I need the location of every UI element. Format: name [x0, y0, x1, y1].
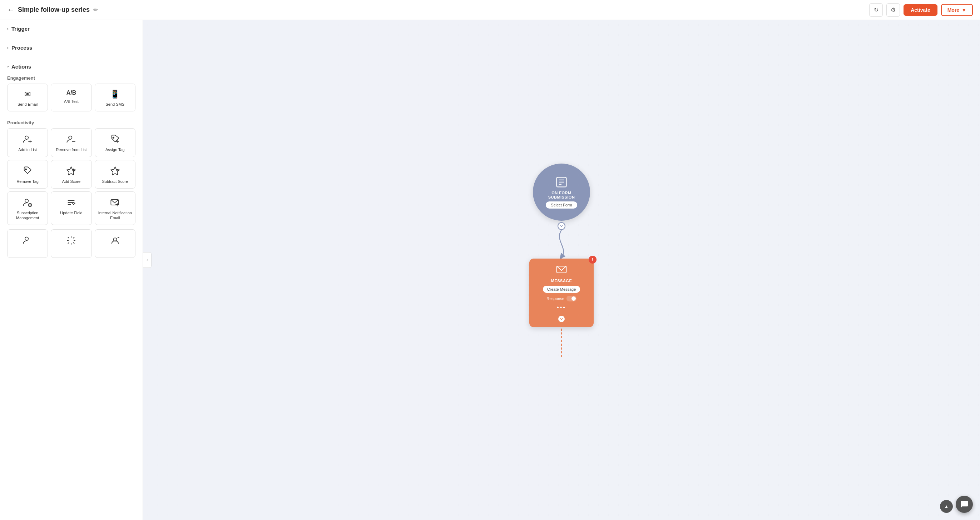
svg-point-8 — [25, 168, 27, 170]
response-label: Response — [546, 296, 564, 301]
send-sms-label: Send SMS — [106, 102, 125, 107]
trigger-node: ON FORMSUBMISSION Select Form — [533, 163, 590, 221]
send-email-card[interactable]: ✉ Send Email — [7, 84, 48, 111]
subtract-score-label: Subtract Score — [102, 179, 128, 184]
svg-point-5 — [113, 137, 114, 139]
more-item-2-card[interactable] — [51, 229, 92, 258]
flow-area: ON FORMSUBMISSION Select Form ! — [529, 163, 593, 357]
send-sms-card[interactable]: 📱 Send SMS — [95, 84, 135, 111]
assign-tag-card[interactable]: Assign Tag — [95, 128, 135, 157]
update-field-card[interactable]: Update Field — [51, 192, 92, 225]
message-node-response: Response — [546, 296, 576, 301]
edit-icon[interactable]: ✏ — [93, 6, 98, 13]
productivity-label: Productivity — [0, 116, 143, 128]
toggle-knob — [571, 296, 576, 301]
internal-notification-email-label: Internal Notification Email — [98, 210, 132, 221]
subtract-score-card[interactable]: Subtract Score — [95, 160, 135, 189]
add-to-list-icon — [22, 134, 32, 144]
actions-label: Actions — [11, 63, 31, 70]
settings-button[interactable]: ⚙ — [886, 3, 900, 17]
process-label: Process — [11, 44, 32, 51]
remove-tag-icon — [22, 166, 32, 176]
process-section: › Process — [0, 39, 143, 58]
node-bottom-chevron[interactable] — [558, 315, 565, 323]
subscription-management-icon — [22, 198, 32, 208]
engagement-label: Engagement — [0, 71, 143, 84]
header-right: ↻ ⚙ Activate More ▼ — [869, 3, 973, 17]
trigger-node-title: ON FORMSUBMISSION — [548, 191, 575, 199]
page-title: Simple follow-up series — [18, 6, 90, 14]
response-toggle[interactable] — [566, 296, 576, 301]
productivity-grid: Add to List Remove from List Assign Tag — [0, 128, 143, 229]
send-sms-icon: 📱 — [110, 90, 120, 99]
collapse-toggle[interactable]: ‹ — [143, 252, 151, 268]
main-layout: › Trigger › Process › Actions Engagement… — [0, 20, 980, 520]
sidebar: › Trigger › Process › Actions Engagement… — [0, 20, 143, 520]
remove-from-list-label: Remove from List — [56, 147, 86, 152]
activate-button[interactable]: Activate — [904, 4, 937, 16]
canvas[interactable]: ON FORMSUBMISSION Select Form ! — [143, 20, 980, 520]
create-message-button[interactable]: Create Message — [543, 286, 581, 293]
message-node-dots: ••• — [557, 304, 566, 311]
subtract-score-icon — [110, 166, 120, 176]
subscription-management-card[interactable]: Subscription Management — [7, 192, 48, 225]
select-form-button[interactable]: Select Form — [546, 201, 577, 209]
message-node-title: MESSAGE — [551, 279, 572, 283]
engagement-grid: ✉ Send Email A/B A/B Test 📱 Send SMS — [0, 84, 143, 116]
trigger-label: Trigger — [11, 26, 30, 32]
actions-section: › Actions — [0, 58, 143, 70]
chat-widget[interactable] — [956, 496, 973, 513]
trigger-section-header[interactable]: › Trigger — [7, 26, 135, 32]
subscription-management-label: Subscription Management — [10, 210, 45, 221]
ab-test-label: A/B Test — [64, 99, 79, 104]
svg-point-0 — [25, 136, 28, 139]
ab-test-card[interactable]: A/B A/B Test — [51, 84, 92, 111]
connector-svg — [540, 230, 583, 258]
actions-chevron: › — [5, 66, 10, 68]
svg-point-22 — [25, 237, 28, 240]
more-item-2-icon — [66, 235, 76, 245]
send-email-label: Send Email — [18, 102, 38, 107]
assign-tag-label: Assign Tag — [105, 147, 125, 152]
remove-from-list-card[interactable]: Remove from List — [51, 128, 92, 157]
internal-notification-email-icon — [110, 198, 120, 208]
header-left: ← Simple follow-up series ✏ — [7, 6, 98, 14]
refresh-button[interactable]: ↻ — [869, 3, 883, 17]
add-to-list-card[interactable]: Add to List — [7, 128, 48, 157]
add-score-icon — [66, 166, 76, 176]
more-item-1-card[interactable] — [7, 229, 48, 258]
assign-tag-icon — [110, 134, 120, 144]
error-badge: ! — [589, 256, 597, 263]
trigger-section: › Trigger — [0, 20, 143, 39]
internal-notification-email-card[interactable]: Internal Notification Email — [95, 192, 135, 225]
scroll-to-top-button[interactable]: ▲ — [940, 500, 953, 513]
more-item-3-card[interactable] — [95, 229, 135, 258]
add-to-list-label: Add to List — [18, 147, 37, 152]
svg-point-3 — [68, 136, 72, 139]
svg-point-12 — [25, 199, 28, 203]
remove-from-list-icon — [66, 134, 76, 144]
actions-section-header[interactable]: › Actions — [7, 63, 135, 70]
connector-trigger-message — [540, 221, 583, 258]
more-items-grid — [0, 229, 143, 262]
update-field-label: Update Field — [60, 210, 82, 216]
more-button[interactable]: More ▼ — [941, 4, 973, 16]
update-field-icon — [66, 198, 76, 208]
message-node-icon — [556, 264, 567, 276]
ab-test-icon: A/B — [67, 90, 76, 96]
trigger-chevron: › — [7, 27, 9, 32]
send-email-icon: ✉ — [24, 90, 31, 99]
connector-circle-top — [558, 222, 565, 230]
add-score-label: Add Score — [62, 179, 80, 184]
add-score-card[interactable]: Add Score — [51, 160, 92, 189]
remove-tag-card[interactable]: Remove Tag — [7, 160, 48, 189]
more-item-1-icon — [22, 235, 32, 245]
back-button[interactable]: ← — [7, 6, 14, 14]
more-item-3-icon — [110, 235, 120, 245]
message-node: ! MESSAGE Create Message Response ••• — [529, 258, 593, 327]
header: ← Simple follow-up series ✏ ↻ ⚙ Activate… — [0, 0, 980, 20]
trigger-node-icon — [555, 176, 568, 189]
process-chevron: › — [7, 45, 9, 50]
process-section-header[interactable]: › Process — [7, 44, 135, 51]
remove-tag-label: Remove Tag — [16, 179, 38, 184]
